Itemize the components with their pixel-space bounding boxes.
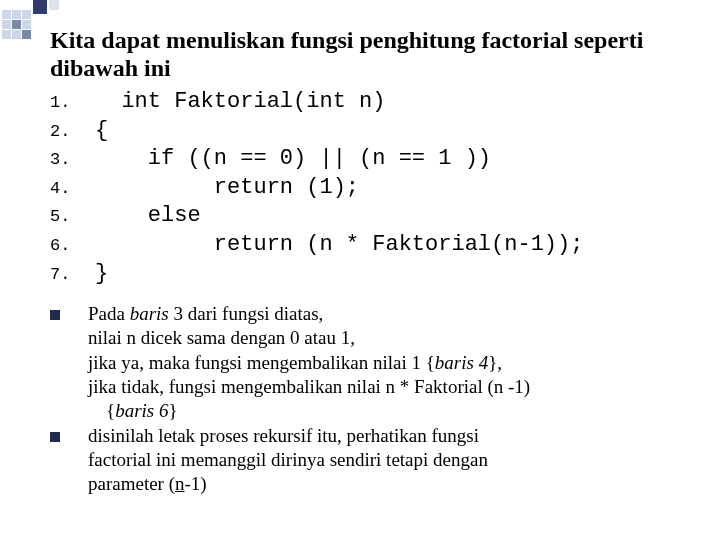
line-number: 4. (50, 178, 95, 200)
notes-section: Pada baris 3 dari fungsi diatas, nilai n… (50, 302, 690, 497)
line-number: 7. (50, 264, 95, 286)
note-text: disinilah letak proses rekursif itu, per… (88, 424, 488, 497)
text: parameter ( (88, 473, 175, 494)
text: { (106, 400, 115, 421)
bullet-icon (50, 310, 60, 320)
text: -1) (185, 473, 207, 494)
text: jika ya, maka fungsi mengembalikan nilai… (88, 352, 435, 373)
line-number: 2. (50, 121, 95, 143)
code-line: 5. else (50, 202, 700, 231)
code-text: return (n * Faktorial(n-1)); (95, 231, 583, 260)
code-line: 1. int Faktorial(int n) (50, 88, 700, 117)
code-text: { (95, 117, 108, 146)
text: Pada (88, 303, 130, 324)
bullet-icon (50, 432, 60, 442)
text-italic: baris (130, 303, 169, 324)
code-line: 7. } (50, 260, 700, 289)
code-line: 3. if ((n == 0) || (n == 1 )) (50, 145, 700, 174)
text: jika tidak, fungsi mengembalikan nilai n… (88, 376, 530, 397)
text: } (168, 400, 177, 421)
text-italic: baris 6 (115, 400, 168, 421)
code-text: int Faktorial(int n) (95, 88, 385, 117)
slide: Kita dapat menuliskan fungsi penghitung … (0, 0, 720, 540)
code-line: 2. { (50, 117, 700, 146)
code-text: if ((n == 0) || (n == 1 )) (95, 145, 491, 174)
text: disinilah letak proses rekursif itu, per… (88, 425, 479, 446)
text: 3 dari fungsi diatas, (169, 303, 324, 324)
code-line: 6. return (n * Faktorial(n-1)); (50, 231, 700, 260)
note-text: Pada baris 3 dari fungsi diatas, nilai n… (88, 302, 530, 424)
line-number: 3. (50, 149, 95, 171)
text-underline: n (175, 473, 185, 494)
text-italic: baris 4 (435, 352, 488, 373)
code-text: else (95, 202, 201, 231)
slide-title: Kita dapat menuliskan fungsi penghitung … (50, 26, 690, 83)
note-item: Pada baris 3 dari fungsi diatas, nilai n… (50, 302, 690, 424)
note-item: disinilah letak proses rekursif itu, per… (50, 424, 690, 497)
line-number: 5. (50, 206, 95, 228)
line-number: 6. (50, 235, 95, 257)
text: nilai n dicek sama dengan 0 atau 1, (88, 327, 355, 348)
code-text: return (1); (95, 174, 359, 203)
text: factorial ini memanggil dirinya sendiri … (88, 449, 488, 470)
text: }, (488, 352, 502, 373)
code-line: 4. return (1); (50, 174, 700, 203)
code-text: } (95, 260, 108, 289)
line-number: 1. (50, 92, 95, 114)
code-block: 1. int Faktorial(int n) 2. { 3. if ((n =… (50, 88, 700, 288)
